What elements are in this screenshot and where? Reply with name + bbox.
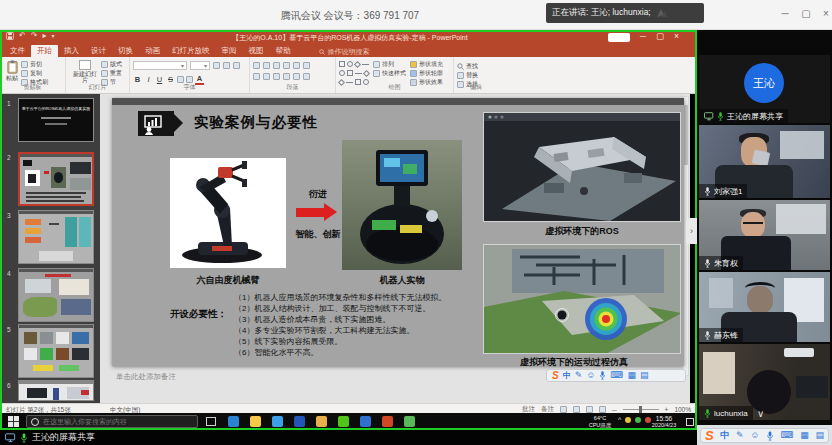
- save-icon[interactable]: [6, 32, 14, 40]
- tab-insert[interactable]: 插入: [58, 45, 85, 57]
- new-slide-button[interactable]: 新建幻灯片: [69, 59, 101, 85]
- grow-font-icon[interactable]: [213, 62, 220, 69]
- wechat-icon[interactable]: [338, 416, 349, 427]
- taskbar-clock[interactable]: 15:56 2020/4/23: [646, 415, 682, 428]
- shapes-gallery[interactable]: [339, 59, 369, 85]
- quick-styles-button[interactable]: 快速样式: [373, 70, 406, 77]
- edge-icon[interactable]: [228, 416, 239, 427]
- paste-button[interactable]: 粘贴: [3, 59, 21, 85]
- tab-view[interactable]: 视图: [243, 45, 270, 57]
- titlebar-account-button[interactable]: [608, 33, 630, 42]
- text-direction-icon[interactable]: [303, 62, 310, 69]
- columns-icon[interactable]: [293, 73, 300, 80]
- zoom-slider[interactable]: [623, 409, 659, 410]
- undo-icon[interactable]: ↶: [19, 31, 26, 40]
- slide-thumbnail-5[interactable]: [18, 324, 94, 378]
- tile-zhuyuquan[interactable]: 朱育权: [699, 200, 830, 270]
- font-size-select[interactable]: ▾: [190, 61, 210, 70]
- qat-dropdown-icon[interactable]: ▾: [51, 32, 54, 39]
- slide-sorter-view-icon[interactable]: [573, 406, 580, 413]
- bullets-icon[interactable]: [253, 62, 260, 69]
- tab-review[interactable]: 审阅: [216, 45, 243, 57]
- zoom-in-icon[interactable]: +: [665, 406, 669, 413]
- indent-decrease-icon[interactable]: [273, 62, 280, 69]
- slide-thumbnail-3[interactable]: [18, 210, 94, 264]
- font-name-select[interactable]: ▾: [133, 61, 187, 70]
- character-spacing-icon[interactable]: [186, 76, 193, 83]
- reading-view-icon[interactable]: [586, 406, 593, 413]
- tile-expand-chevron[interactable]: ∨: [757, 408, 764, 419]
- tray-app-icon[interactable]: [625, 417, 631, 423]
- task-view-icon[interactable]: [206, 417, 216, 426]
- copy-button[interactable]: 复制: [21, 70, 48, 77]
- start-button-icon[interactable]: [8, 416, 19, 427]
- emoji-icon[interactable]: ☺: [750, 431, 759, 440]
- tab-slideshow[interactable]: 幻灯片放映: [166, 45, 216, 57]
- sidebar-collapse-button[interactable]: ›: [686, 218, 697, 244]
- ppt-restore-icon[interactable]: ▢: [656, 31, 664, 41]
- skin-icon[interactable]: ▤: [815, 431, 824, 440]
- clear-formatting-icon[interactable]: [233, 62, 240, 69]
- text-shadow-icon[interactable]: [177, 76, 184, 83]
- close-button[interactable]: ×: [817, 6, 832, 22]
- taskbar-search[interactable]: [26, 415, 198, 428]
- arrange-button[interactable]: 排列: [373, 61, 406, 68]
- tile-liujiaqiang[interactable]: 刘家强1: [699, 125, 830, 198]
- cut-button[interactable]: 剪切: [21, 61, 48, 68]
- zoom-out-icon[interactable]: ─: [612, 406, 617, 413]
- maximize-button[interactable]: ▢: [797, 6, 815, 22]
- tile-wangqin[interactable]: 王沁 王沁的屏幕共享: [699, 55, 830, 123]
- indent-increase-icon[interactable]: [283, 62, 290, 69]
- folder-icon[interactable]: [316, 416, 327, 427]
- slide-thumbnail-6[interactable]: [18, 380, 94, 401]
- mail-icon[interactable]: [294, 416, 305, 427]
- numbering-icon[interactable]: [263, 62, 270, 69]
- pen-icon[interactable]: ✎: [736, 431, 744, 440]
- keyboard-icon[interactable]: ⌨: [781, 431, 794, 440]
- tray-app-icon[interactable]: [635, 417, 641, 423]
- cpu-temp-widget[interactable]: 64°C CPU温度: [582, 415, 618, 428]
- slide-thumbnail-1[interactable]: 基于云平台的ROS机器人虚拟仿真实验: [18, 98, 94, 142]
- layout-button[interactable]: 版式: [101, 61, 122, 68]
- redo-icon[interactable]: ↷: [31, 31, 38, 40]
- start-slideshow-icon[interactable]: ▸: [42, 31, 46, 40]
- action-center-icon[interactable]: [686, 418, 694, 426]
- ppt-close-icon[interactable]: ×: [674, 31, 679, 41]
- replace-button[interactable]: 替换: [457, 72, 495, 79]
- tab-animations[interactable]: 动画: [139, 45, 166, 57]
- reset-button[interactable]: 重置: [101, 70, 122, 77]
- shape-outline-button[interactable]: 形状轮廓: [410, 70, 443, 77]
- tab-home[interactable]: 开始: [31, 45, 58, 57]
- shape-fill-button[interactable]: 形状填充: [410, 61, 443, 68]
- tab-file[interactable]: 文件: [4, 45, 31, 57]
- sogou-logo[interactable]: S: [705, 429, 714, 442]
- tile-hedongfeng[interactable]: 赫东锋: [699, 272, 830, 342]
- slide-thumbnail-2-selected[interactable]: [18, 152, 94, 206]
- tab-transitions[interactable]: 切换: [112, 45, 139, 57]
- powerpoint-icon[interactable]: [382, 416, 393, 427]
- tile-luchunxia[interactable]: luchunxia ∨: [699, 344, 830, 420]
- tell-me-search[interactable]: 操作说明搜索: [319, 47, 370, 57]
- slideshow-view-icon[interactable]: [599, 406, 606, 413]
- word-icon[interactable]: [360, 416, 371, 427]
- taskbar-search-input[interactable]: [43, 418, 183, 425]
- store-icon[interactable]: [272, 416, 283, 427]
- notes-placeholder[interactable]: 单击此处添加备注: [116, 372, 176, 382]
- align-right-icon[interactable]: [273, 73, 280, 80]
- toolbox-icon[interactable]: ▦: [800, 431, 809, 440]
- tab-design[interactable]: 设计: [85, 45, 112, 57]
- zoom-level[interactable]: 100%: [674, 406, 691, 413]
- pinyin-mode-icon[interactable]: 中: [720, 431, 729, 440]
- find-button[interactable]: 查找: [457, 63, 495, 70]
- tray-expand-icon[interactable]: ^: [618, 416, 621, 423]
- shrink-font-icon[interactable]: [223, 62, 230, 69]
- align-center-icon[interactable]: [263, 73, 270, 80]
- justify-icon[interactable]: [283, 73, 290, 80]
- normal-view-icon[interactable]: [560, 406, 567, 413]
- minimize-button[interactable]: ─: [776, 6, 794, 22]
- slide-thumbnail-4[interactable]: [18, 268, 94, 322]
- line-spacing-icon[interactable]: [293, 62, 300, 69]
- file-explorer-icon[interactable]: [250, 416, 261, 427]
- tab-help[interactable]: 帮助: [270, 45, 297, 57]
- smartart-convert-icon[interactable]: [303, 73, 310, 80]
